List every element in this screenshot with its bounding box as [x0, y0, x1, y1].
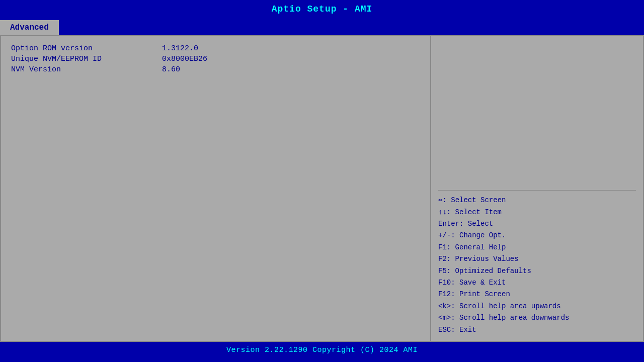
- info-row-nvm-version: NVM Version 8.60: [11, 65, 420, 74]
- label-rom-version: Option ROM version: [11, 44, 162, 53]
- label-nvm-version: NVM Version: [11, 65, 162, 74]
- shortcut-select-screen: ⇔: Select Screen: [438, 195, 636, 206]
- shortcut-f2: F2: Previous Values: [438, 253, 636, 264]
- info-row-rom: Option ROM version 1.3122.0: [11, 44, 420, 53]
- label-nvm-id: Unique NVM/EEPROM ID: [11, 55, 162, 63]
- shortcut-change-opt: +/-: Change Opt.: [438, 230, 636, 241]
- shortcut-m: <m>: Scroll help area downwards: [438, 312, 636, 323]
- shortcut-k: <k>: Scroll help area upwards: [438, 301, 636, 312]
- left-panel: Option ROM version 1.3122.0 Unique NVM/E…: [1, 36, 431, 341]
- divider: [438, 190, 636, 191]
- value-rom-version: 1.3122.0: [162, 44, 198, 53]
- shortcut-f12: F12: Print Screen: [438, 289, 636, 300]
- shortcut-f10: F10: Save & Exit: [438, 277, 636, 288]
- footer-bar: Version 2.22.1290 Copyright (C) 2024 AMI: [0, 342, 644, 358]
- right-panel: ⇔: Select Screen ↑↓: Select Item Enter: …: [431, 36, 643, 341]
- shortcut-esc: ESC: Exit: [438, 324, 636, 335]
- shortcut-select-item: ↑↓: Select Item: [438, 207, 636, 218]
- help-area: [438, 41, 636, 186]
- shortcuts-area: ⇔: Select Screen ↑↓: Select Item Enter: …: [438, 195, 636, 336]
- shortcut-f5: F5: Optimized Defaults: [438, 265, 636, 277]
- title-bar: Aptio Setup - AMI Advanced: [0, 0, 644, 35]
- shortcut-f1: F1: General Help: [438, 242, 636, 253]
- value-nvm-id: 0x8000EB26: [162, 55, 207, 63]
- app-title: Aptio Setup - AMI: [272, 4, 373, 14]
- shortcut-enter: Enter: Select: [438, 218, 636, 229]
- info-row-nvm-id: Unique NVM/EEPROM ID 0x8000EB26: [11, 55, 420, 63]
- tab-advanced[interactable]: Advanced: [0, 20, 59, 35]
- footer-text: Version 2.22.1290 Copyright (C) 2024 AMI: [226, 346, 418, 354]
- main-content: Option ROM version 1.3122.0 Unique NVM/E…: [0, 35, 644, 342]
- value-nvm-version: 8.60: [162, 65, 180, 74]
